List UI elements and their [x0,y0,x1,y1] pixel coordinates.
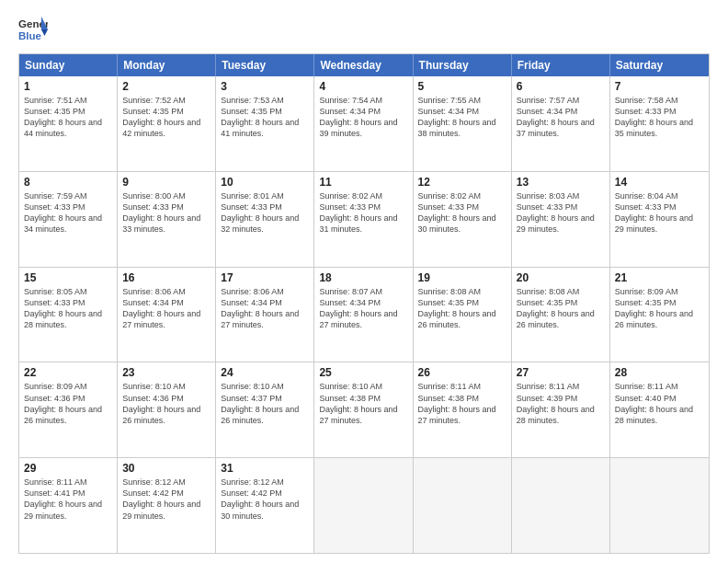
day-number: 14 [615,176,704,189]
day-info: Sunrise: 7:57 AMSunset: 4:34 PMDaylight:… [517,95,605,140]
day-cell-20: 20 Sunrise: 8:08 AMSunset: 4:35 PMDaylig… [512,268,610,362]
day-info: Sunrise: 8:10 AMSunset: 4:38 PMDaylight:… [319,381,407,426]
day-number: 10 [221,176,309,189]
day-number: 3 [221,80,309,93]
day-info: Sunrise: 7:53 AMSunset: 4:35 PMDaylight:… [221,95,309,140]
day-cell-24: 24 Sunrise: 8:10 AMSunset: 4:37 PMDaylig… [216,362,314,457]
day-cell-12: 12 Sunrise: 8:02 AMSunset: 4:33 PMDaylig… [414,172,512,267]
day-cell-9: 9 Sunrise: 8:00 AMSunset: 4:33 PMDayligh… [118,172,216,267]
day-info: Sunrise: 7:51 AMSunset: 4:35 PMDaylight:… [24,95,112,140]
day-name-saturday: Saturday [610,54,709,76]
day-number: 7 [615,80,704,93]
day-info: Sunrise: 8:10 AMSunset: 4:37 PMDaylight:… [221,381,309,426]
day-number: 25 [319,366,407,379]
day-cell-23: 23 Sunrise: 8:10 AMSunset: 4:36 PMDaylig… [118,362,216,457]
day-info: Sunrise: 8:01 AMSunset: 4:33 PMDaylight:… [221,190,309,236]
day-info: Sunrise: 8:11 AMSunset: 4:39 PMDaylight:… [517,381,605,426]
day-number: 23 [122,366,210,379]
header: General Blue [18,15,710,44]
day-info: Sunrise: 8:07 AMSunset: 4:34 PMDaylight:… [319,286,407,331]
logo: General Blue [18,15,48,44]
empty-cell [610,458,709,553]
day-info: Sunrise: 7:59 AMSunset: 4:33 PMDaylight:… [24,190,112,236]
day-cell-6: 6 Sunrise: 7:57 AMSunset: 4:34 PMDayligh… [512,76,610,171]
calendar-row: 22 Sunrise: 8:09 AMSunset: 4:36 PMDaylig… [19,362,709,457]
day-info: Sunrise: 7:52 AMSunset: 4:35 PMDaylight:… [122,95,210,140]
day-cell-17: 17 Sunrise: 8:06 AMSunset: 4:34 PMDaylig… [216,268,314,362]
day-cell-27: 27 Sunrise: 8:11 AMSunset: 4:39 PMDaylig… [512,362,610,457]
day-cell-25: 25 Sunrise: 8:10 AMSunset: 4:38 PMDaylig… [314,362,413,457]
day-info: Sunrise: 8:00 AMSunset: 4:33 PMDaylight:… [122,190,210,236]
day-number: 15 [24,271,112,284]
day-info: Sunrise: 8:11 AMSunset: 4:40 PMDaylight:… [615,381,704,426]
day-number: 27 [517,366,605,379]
day-cell-21: 21 Sunrise: 8:09 AMSunset: 4:35 PMDaylig… [610,268,709,362]
day-cell-30: 30 Sunrise: 8:12 AMSunset: 4:42 PMDaylig… [118,458,216,553]
day-cell-13: 13 Sunrise: 8:03 AMSunset: 4:33 PMDaylig… [512,172,610,267]
day-info: Sunrise: 8:08 AMSunset: 4:35 PMDaylight:… [517,286,605,331]
day-name-tuesday: Tuesday [216,54,314,76]
day-info: Sunrise: 8:03 AMSunset: 4:33 PMDaylight:… [517,190,605,236]
day-number: 22 [24,366,112,379]
day-info: Sunrise: 8:06 AMSunset: 4:34 PMDaylight:… [122,286,210,331]
day-number: 1 [24,80,112,93]
day-number: 9 [122,176,210,189]
day-number: 5 [418,80,506,93]
day-number: 26 [418,366,506,379]
day-number: 20 [517,271,605,284]
day-cell-26: 26 Sunrise: 8:11 AMSunset: 4:38 PMDaylig… [414,362,512,457]
day-name-friday: Friday [512,54,610,76]
day-cell-29: 29 Sunrise: 8:11 AMSunset: 4:41 PMDaylig… [19,458,118,553]
day-cell-4: 4 Sunrise: 7:54 AMSunset: 4:34 PMDayligh… [314,76,413,171]
day-info: Sunrise: 8:02 AMSunset: 4:33 PMDaylight:… [319,190,407,236]
day-number: 19 [418,271,506,284]
day-cell-2: 2 Sunrise: 7:52 AMSunset: 4:35 PMDayligh… [118,76,216,171]
calendar-row: 15 Sunrise: 8:05 AMSunset: 4:33 PMDaylig… [19,267,709,362]
empty-cell [314,458,413,553]
day-info: Sunrise: 8:02 AMSunset: 4:33 PMDaylight:… [418,190,506,236]
day-info: Sunrise: 8:05 AMSunset: 4:33 PMDaylight:… [24,286,112,331]
day-cell-28: 28 Sunrise: 8:11 AMSunset: 4:40 PMDaylig… [610,362,709,457]
day-number: 4 [319,80,407,93]
day-cell-31: 31 Sunrise: 8:12 AMSunset: 4:42 PMDaylig… [216,458,314,553]
day-info: Sunrise: 7:54 AMSunset: 4:34 PMDaylight:… [319,95,407,140]
day-number: 31 [221,462,309,475]
day-name-thursday: Thursday [414,54,512,76]
calendar-row: 1 Sunrise: 7:51 AMSunset: 4:35 PMDayligh… [19,76,709,171]
day-number: 30 [122,462,210,475]
day-number: 29 [24,462,112,475]
empty-cell [512,458,610,553]
day-number: 11 [319,176,407,189]
svg-marker-3 [41,29,48,36]
day-cell-7: 7 Sunrise: 7:58 AMSunset: 4:33 PMDayligh… [610,76,709,171]
day-info: Sunrise: 8:08 AMSunset: 4:35 PMDaylight:… [418,286,506,331]
day-number: 2 [122,80,210,93]
day-number: 12 [418,176,506,189]
day-cell-3: 3 Sunrise: 7:53 AMSunset: 4:35 PMDayligh… [216,76,314,171]
day-info: Sunrise: 8:09 AMSunset: 4:35 PMDaylight:… [615,286,704,331]
day-info: Sunrise: 7:58 AMSunset: 4:33 PMDaylight:… [615,95,704,140]
day-info: Sunrise: 8:04 AMSunset: 4:33 PMDaylight:… [615,190,704,236]
calendar-row: 8 Sunrise: 7:59 AMSunset: 4:33 PMDayligh… [19,171,709,267]
day-name-sunday: Sunday [19,54,118,76]
day-cell-19: 19 Sunrise: 8:08 AMSunset: 4:35 PMDaylig… [414,268,512,362]
svg-text:Blue: Blue [18,30,42,41]
calendar: SundayMondayTuesdayWednesdayThursdayFrid… [18,53,710,554]
day-info: Sunrise: 8:06 AMSunset: 4:34 PMDaylight:… [221,286,309,331]
page: General Blue SundayMondayTuesdayWednesda… [0,0,728,563]
day-info: Sunrise: 7:55 AMSunset: 4:34 PMDaylight:… [418,95,506,140]
day-cell-5: 5 Sunrise: 7:55 AMSunset: 4:34 PMDayligh… [414,76,512,171]
day-number: 6 [517,80,605,93]
day-info: Sunrise: 8:10 AMSunset: 4:36 PMDaylight:… [122,381,210,426]
logo-icon: General Blue [18,15,48,44]
day-number: 24 [221,366,309,379]
day-cell-10: 10 Sunrise: 8:01 AMSunset: 4:33 PMDaylig… [216,172,314,267]
day-number: 8 [24,176,112,189]
day-cell-16: 16 Sunrise: 8:06 AMSunset: 4:34 PMDaylig… [118,268,216,362]
day-info: Sunrise: 8:12 AMSunset: 4:42 PMDaylight:… [221,477,309,522]
day-info: Sunrise: 8:11 AMSunset: 4:38 PMDaylight:… [418,381,506,426]
day-cell-14: 14 Sunrise: 8:04 AMSunset: 4:33 PMDaylig… [610,172,709,267]
day-cell-1: 1 Sunrise: 7:51 AMSunset: 4:35 PMDayligh… [19,76,118,171]
day-number: 16 [122,271,210,284]
day-number: 21 [615,271,704,284]
